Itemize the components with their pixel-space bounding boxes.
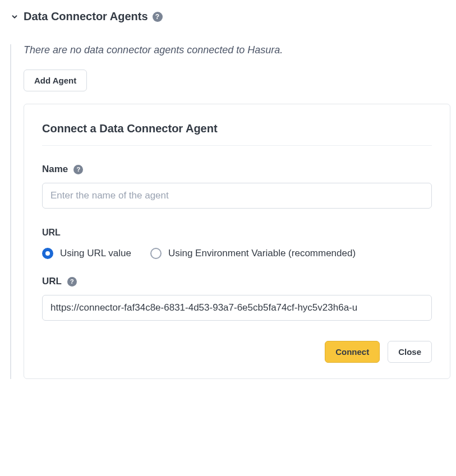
help-icon[interactable]: ?: [73, 165, 83, 174]
form-actions: Connect Close: [42, 341, 432, 363]
name-label: Name: [42, 164, 68, 175]
radio-selected-icon: [42, 248, 53, 259]
name-input[interactable]: [42, 183, 432, 209]
help-icon[interactable]: ?: [153, 12, 163, 22]
url-section-label: URL: [42, 228, 432, 238]
radio-unselected-icon: [150, 248, 162, 259]
connect-button[interactable]: Connect: [325, 341, 380, 363]
section-title: Data Connector Agents: [24, 10, 148, 23]
url-source-group: URL Using URL value Using Environment Va…: [42, 228, 432, 321]
radio-using-env-var[interactable]: Using Environment Variable (recommended): [150, 248, 356, 259]
radio-label: Using Environment Variable (recommended): [168, 248, 356, 259]
add-agent-button[interactable]: Add Agent: [24, 70, 87, 91]
close-button[interactable]: Close: [388, 341, 432, 363]
chevron-down-icon[interactable]: [10, 12, 19, 21]
card-title: Connect a Data Connector Agent: [42, 122, 432, 146]
section-header: Data Connector Agents ?: [10, 10, 450, 23]
url-field-label: URL: [42, 276, 62, 287]
connect-agent-card: Connect a Data Connector Agent Name ? UR…: [24, 104, 450, 379]
name-field-group: Name ?: [42, 164, 432, 209]
url-input[interactable]: [42, 295, 432, 321]
radio-label: Using URL value: [60, 248, 131, 259]
help-icon[interactable]: ?: [67, 277, 77, 286]
empty-state-text: There are no data connector agents conne…: [24, 44, 450, 56]
section-body: There are no data connector agents conne…: [10, 44, 450, 379]
radio-using-url-value[interactable]: Using URL value: [42, 248, 131, 259]
